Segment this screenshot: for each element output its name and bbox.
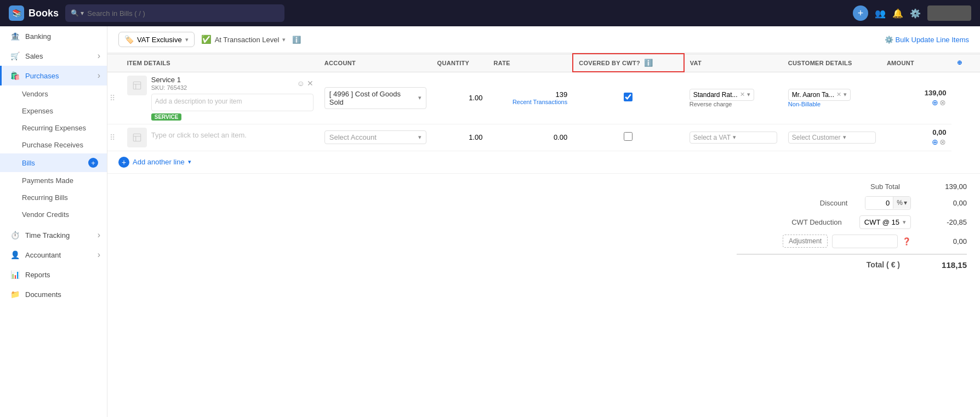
vat-exclusive-select[interactable]: 🏷️ VAT Exclusive ▾ bbox=[118, 32, 195, 47]
quantity-input-2[interactable] bbox=[455, 133, 483, 141]
app-name: Books bbox=[29, 8, 59, 19]
customer-dropdown-1[interactable]: Mr. Aaron Ta... ✕ ▾ bbox=[788, 89, 851, 101]
top-nav-right: + 👥 🔔 ⚙️ bbox=[853, 5, 971, 21]
settings-icon[interactable]: ⚙️ bbox=[910, 8, 921, 19]
vat-cell-2: Select a VAT ▾ bbox=[684, 124, 783, 151]
item-edit-icon-1[interactable]: ☺ bbox=[297, 79, 305, 88]
customer-chevron-2: ▾ bbox=[843, 134, 846, 141]
amount-remove-icon-2[interactable]: ⊗ bbox=[939, 138, 946, 146]
discount-value: 0,00 bbox=[918, 199, 967, 207]
recent-transactions-link-1[interactable]: Recent Transactions bbox=[494, 99, 568, 105]
add-line-chevron-icon[interactable]: ▾ bbox=[188, 158, 191, 165]
amount-cell-2: 0,00 ⊕ ⊗ bbox=[881, 124, 952, 151]
sidebar-item-documents[interactable]: 📁 Documents bbox=[0, 284, 107, 304]
app-logo: 📚 Books bbox=[9, 5, 59, 21]
th-account: ACCOUNT bbox=[319, 54, 432, 72]
totals-section: Sub Total 139,00 Discount % ▾ 0,00 bbox=[107, 174, 980, 284]
item-cell-2: Type or click to select an item. bbox=[127, 128, 314, 147]
bell-icon[interactable]: 🔔 bbox=[892, 8, 903, 19]
add-line-row: + Add another line ▾ bbox=[107, 151, 980, 174]
info-icon[interactable]: ℹ️ bbox=[292, 36, 301, 44]
cwt-cell-1[interactable] bbox=[573, 72, 684, 124]
vat-dropdown-1[interactable]: Standard Rat... ✕ ▾ bbox=[690, 89, 754, 101]
cwt-deduction-select[interactable]: CWT @ 15 ▾ bbox=[859, 215, 911, 229]
non-billable-link-1[interactable]: Non-Billable bbox=[788, 101, 876, 107]
rate-cell-2[interactable] bbox=[488, 124, 573, 151]
item-close-icon-1[interactable]: ✕ bbox=[307, 79, 314, 88]
search-input[interactable] bbox=[87, 9, 279, 18]
vat-dropdown-2[interactable]: Select a VAT ▾ bbox=[690, 132, 777, 144]
main-layout: 🏦 Banking 🛒 Sales 🛍️ Purchases Vendors E… bbox=[0, 26, 980, 417]
user-avatar[interactable] bbox=[927, 5, 971, 21]
item-actions-1: ☺ ✕ bbox=[297, 79, 314, 88]
customer-clear-1[interactable]: ✕ bbox=[836, 91, 841, 98]
quantity-cell-2[interactable] bbox=[432, 124, 488, 151]
bulk-update-button[interactable]: ⚙️ Bulk Update Line Items bbox=[885, 36, 969, 44]
total-row: Total ( € ) 118,15 bbox=[737, 254, 967, 270]
adjustment-info-icon[interactable]: ❓ bbox=[902, 237, 911, 245]
item-placeholder-2[interactable]: Type or click to select an item. bbox=[151, 131, 247, 139]
customer-cell-2: Select Customer ▾ bbox=[783, 124, 881, 151]
bills-add-icon[interactable]: + bbox=[88, 158, 98, 168]
item-cell-1: Service 1 SKU: 765432 ☺ ✕ Add a de bbox=[127, 76, 314, 121]
sidebar-subitem-recurring-bills[interactable]: Recurring Bills bbox=[0, 189, 107, 206]
sidebar-item-banking[interactable]: 🏦 Banking bbox=[0, 26, 107, 46]
sidebar-item-purchases[interactable]: 🛍️ Purchases bbox=[0, 66, 107, 85]
th-amount: AMOUNT bbox=[881, 54, 952, 72]
quantity-cell-1[interactable] bbox=[432, 72, 488, 124]
account-cell-2[interactable]: Select Account ▾ bbox=[319, 124, 432, 151]
rate-input-2[interactable] bbox=[540, 133, 567, 141]
at-transaction-select[interactable]: ✅ At Transaction Level ▾ bbox=[201, 35, 286, 44]
cwt-deduction-label: CWT Deduction bbox=[737, 218, 853, 226]
vat-chevron-1: ▾ bbox=[747, 91, 750, 98]
amount-add-icon-1[interactable]: ⊕ bbox=[932, 98, 938, 107]
add-col-icon[interactable]: ⊕ bbox=[957, 59, 962, 66]
adjustment-label-button[interactable]: Adjustment bbox=[783, 235, 828, 248]
sidebar-subitem-recurring-expenses[interactable]: Recurring Expenses bbox=[0, 119, 107, 136]
amount-actions-2: ⊕ ⊗ bbox=[887, 138, 947, 146]
quantity-input-1[interactable] bbox=[455, 94, 483, 102]
cwt-checkbox-1[interactable] bbox=[624, 93, 633, 101]
discount-input-wrap[interactable]: % ▾ bbox=[865, 196, 911, 210]
documents-icon: 📁 bbox=[10, 290, 20, 299]
adjustment-input[interactable] bbox=[832, 235, 898, 248]
th-rate: RATE bbox=[488, 54, 573, 72]
sidebar-item-sales[interactable]: 🛒 Sales bbox=[0, 46, 107, 66]
sidebar-subitem-expenses[interactable]: Expenses bbox=[0, 102, 107, 119]
add-button[interactable]: + bbox=[853, 5, 868, 21]
vat-value-1: Standard Rat... bbox=[693, 91, 738, 99]
table-header-row: ITEM DETAILS ACCOUNT QUANTITY RATE COVER bbox=[107, 54, 980, 72]
users-icon[interactable]: 👥 bbox=[875, 8, 886, 19]
sidebar-subitem-bills[interactable]: Bills + bbox=[0, 153, 107, 172]
th-drag bbox=[107, 54, 122, 72]
discount-input[interactable] bbox=[865, 197, 893, 209]
discount-pct-select[interactable]: % ▾ bbox=[893, 197, 910, 209]
sidebar-item-reports[interactable]: 📊 Reports bbox=[0, 265, 107, 284]
sidebar-subitem-vendors[interactable]: Vendors bbox=[0, 85, 107, 102]
account-dropdown-1[interactable]: [ 4996 ] Cost of Goods Sold ▾ bbox=[324, 87, 426, 109]
add-line-button[interactable]: + Add another line ▾ bbox=[118, 157, 191, 168]
vat-clear-1[interactable]: ✕ bbox=[740, 91, 745, 98]
search-bar[interactable]: 🔍 ▾ bbox=[65, 4, 284, 22]
customer-placeholder-2: Select Customer bbox=[792, 134, 841, 141]
sidebar-item-time-tracking[interactable]: ⏱️ Time Tracking bbox=[0, 225, 107, 245]
sidebar-subitem-vendor-credits[interactable]: Vendor Credits bbox=[0, 206, 107, 223]
cwt-checkbox-2[interactable] bbox=[624, 132, 633, 141]
sidebar-subitem-purchase-receives[interactable]: Purchase Receives bbox=[0, 136, 107, 153]
drag-handle-2[interactable]: ⠿ bbox=[107, 124, 122, 151]
discount-row: Discount % ▾ 0,00 bbox=[737, 196, 967, 210]
customer-dropdown-2[interactable]: Select Customer ▾ bbox=[788, 132, 876, 144]
cwt-info-icon[interactable]: ℹ️ bbox=[644, 59, 653, 67]
account-dropdown-2[interactable]: Select Account ▾ bbox=[324, 130, 426, 144]
amount-add-icon-2[interactable]: ⊕ bbox=[932, 138, 938, 146]
account-cell-1[interactable]: [ 4996 ] Cost of Goods Sold ▾ bbox=[319, 72, 432, 124]
sidebar-subitem-payments-made[interactable]: Payments Made bbox=[0, 172, 107, 189]
amount-remove-icon-1[interactable]: ⊗ bbox=[939, 98, 946, 107]
cwt-deduction-value: -20,85 bbox=[918, 218, 967, 226]
item-description-1[interactable]: Add a description to your item bbox=[151, 94, 314, 111]
search-dropdown[interactable]: 🔍 ▾ bbox=[71, 9, 84, 17]
rate-input-1[interactable] bbox=[540, 90, 567, 99]
drag-handle-1[interactable]: ⠿ bbox=[107, 72, 122, 124]
cwt-cell-2[interactable] bbox=[573, 124, 684, 151]
sidebar-item-accountant[interactable]: 👤 Accountant bbox=[0, 245, 107, 265]
